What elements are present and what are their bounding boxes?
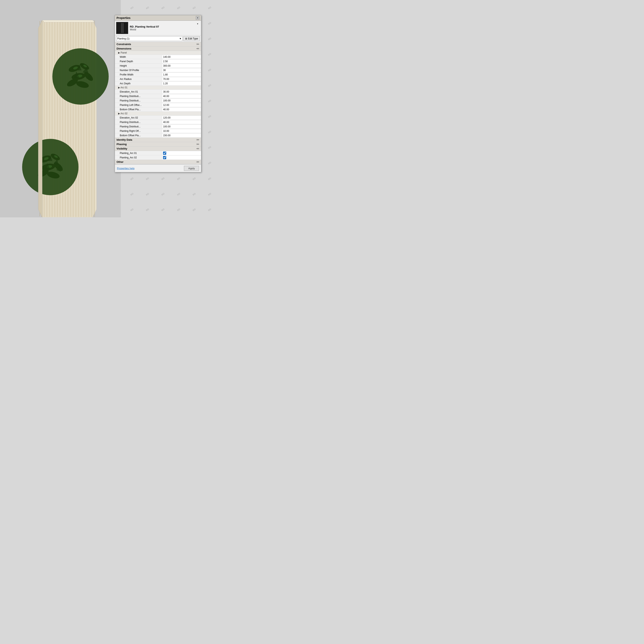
prop-panel-depth-value[interactable]: 2.50	[162, 60, 201, 63]
watermark-cell: RD	[199, 106, 217, 127]
prop-elevation-arc02-name: Elevation_Arc 02	[115, 116, 162, 120]
prop-planting-dist-02b-name: Planting Distributi...	[115, 125, 162, 128]
subsection-arc01-label: ▶ Arc 01	[118, 86, 127, 89]
prop-width-value[interactable]: 140.00	[162, 55, 201, 59]
apply-button[interactable]: Apply	[184, 166, 199, 171]
close-button[interactable]: ×	[196, 16, 199, 20]
prop-planting-right-offset: Planting Right Off... 10.00	[115, 129, 201, 133]
section-dimensions-label: Dimensions	[117, 47, 131, 50]
prop-arc-radius: Arc Radius 70.00	[115, 77, 201, 81]
watermark-cell: RD	[199, 43, 217, 65]
watermark-cell: RD	[183, 199, 205, 217]
prop-num-profile-value[interactable]: 30	[162, 68, 201, 72]
prop-planting-dist-02a-name: Planting Distributi...	[115, 120, 162, 124]
watermark-cell: RD	[199, 75, 217, 96]
prop-bottom-offset-02-value[interactable]: 150.00	[162, 134, 201, 137]
prop-planting-right-offset-value[interactable]: 10.00	[162, 129, 201, 133]
type-dropdown[interactable]: Planting (1) ▼	[116, 36, 183, 41]
watermark-cell: RD	[137, 183, 158, 205]
prop-planting-left-offset-value[interactable]: 12.00	[162, 103, 201, 107]
watermark-cell: RD	[199, 12, 217, 34]
watermark-cell: RD	[199, 28, 217, 50]
section-other-label: Other	[117, 160, 124, 163]
watermark-cell: RD	[152, 199, 174, 217]
watermark-cell: RD	[183, 183, 205, 205]
section-phasing[interactable]: Phasing ⋙	[115, 142, 201, 147]
svg-marker-66	[42, 20, 95, 22]
prop-bottom-offset-02: Bottom Offset Pla... 150.00	[115, 133, 201, 138]
subsection-arc01[interactable]: ▶ Arc 01	[115, 86, 201, 90]
watermark-cell: RD	[199, 121, 217, 143]
prop-planting-dist-01a-value[interactable]: 40.00	[162, 94, 201, 98]
prop-bottom-offset-01-value[interactable]: 40.00	[162, 108, 201, 111]
properties-panel: Properties × RD_Planting Vertical 07 Woo…	[115, 15, 201, 172]
prop-panel-depth-name: Panel Depth	[115, 60, 162, 63]
prop-profile-width: Profile Width 1.80	[115, 72, 201, 77]
planting-arc02-checkbox[interactable]	[163, 156, 166, 159]
watermark-cell: RD	[168, 199, 189, 217]
prop-arc-depth-value[interactable]: 1.20	[162, 82, 201, 85]
section-visibility[interactable]: Visibility ⋘	[115, 147, 201, 151]
preview-name: RD_Planting Vertical 07	[130, 25, 195, 28]
prop-arc-radius-value[interactable]: 70.00	[162, 77, 201, 81]
watermark-cell: RD	[152, 183, 174, 205]
preview-area: RD_Planting Vertical 07 Wood ▼	[115, 21, 201, 35]
prop-planting-dist-01b: Planting Distributi... 100.00	[115, 98, 201, 103]
panel-footer: Properties help Apply	[115, 164, 201, 172]
subsection-panel-label: ▶ Panel	[118, 51, 127, 54]
watermark-cell: RD	[199, 152, 217, 174]
watermark-cell: RD	[199, 199, 217, 217]
section-constraints[interactable]: Constraints ⋙	[115, 42, 201, 46]
prop-profile-width-value[interactable]: 1.80	[162, 73, 201, 76]
properties-help-link[interactable]: Properties help	[117, 167, 134, 170]
prop-planting-left-offset: Planting Left Offse... 12.00	[115, 103, 201, 107]
section-dimensions[interactable]: Dimensions ⋘	[115, 46, 201, 51]
watermark-cell: RD	[199, 90, 217, 112]
section-phasing-label: Phasing	[117, 143, 127, 146]
watermark-cell: RD	[199, 0, 217, 19]
prop-bottom-offset-01-name: Bottom Offset Pla...	[115, 108, 162, 111]
prop-elevation-arc02: Elevation_Arc 02 120.00	[115, 116, 201, 120]
prop-elevation-arc01-value[interactable]: 30.00	[162, 90, 201, 94]
prop-planting-dist-02a: Planting Distributi... 40.00	[115, 120, 201, 124]
type-selector-row: Planting (1) ▼ ⊞ Edit Type	[115, 35, 201, 42]
section-other[interactable]: Other ⋙	[115, 160, 201, 164]
viewport-3d	[0, 0, 121, 217]
prop-planting-left-offset-name: Planting Left Offse...	[115, 103, 162, 107]
edit-type-button[interactable]: ⊞ Edit Type	[183, 36, 200, 41]
prop-height-value[interactable]: 300.00	[162, 64, 201, 68]
watermark-cell: RD	[121, 199, 143, 217]
prop-arc-depth-name: Arc Depth	[115, 82, 162, 85]
section-visibility-label: Visibility	[117, 147, 127, 150]
prop-planting-arc01-vis-value[interactable]	[162, 151, 201, 155]
subsection-panel[interactable]: ▶ Panel	[115, 51, 201, 55]
prop-arc-radius-name: Arc Radius	[115, 77, 162, 81]
prop-elevation-arc01-name: Elevation_Arc 01	[115, 90, 162, 94]
prop-elevation-arc01: Elevation_Arc 01 30.00	[115, 90, 201, 94]
prop-num-profile-name: Number Of Profile	[115, 68, 162, 72]
prop-planting-arc02-vis-name: Planting_Arc 02	[115, 156, 162, 159]
section-identity-label: Identity Data	[117, 138, 132, 141]
planting-arc01-checkbox[interactable]	[163, 152, 166, 155]
preview-dropdown-arrow[interactable]: ▼	[197, 22, 200, 34]
watermark-cell: RD	[199, 183, 217, 205]
watermark-cell: RD	[199, 59, 217, 81]
prop-planting-arc02-vis-value[interactable]	[162, 156, 201, 160]
prop-bottom-offset-02-name: Bottom Offset Pla...	[115, 134, 162, 137]
watermark-cell: RD	[199, 137, 217, 158]
watermark-cell: RD	[137, 199, 158, 217]
prop-elevation-arc02-value[interactable]: 120.00	[162, 116, 201, 120]
prop-height: Height 300.00	[115, 64, 201, 68]
prop-planting-dist-01a-name: Planting Distributi...	[115, 94, 162, 98]
subsection-arc02-label: ▶ Arc 02	[118, 112, 127, 115]
prop-planting-dist-02b-value[interactable]: 100.00	[162, 125, 201, 128]
prop-panel-depth: Panel Depth 2.50	[115, 59, 201, 64]
prop-planting-dist-01b-value[interactable]: 100.00	[162, 99, 201, 102]
section-identity[interactable]: Identity Data ⋙	[115, 138, 201, 142]
prop-width-name: Width	[115, 55, 162, 59]
subsection-arc02[interactable]: ▶ Arc 02	[115, 112, 201, 116]
watermark-cell: RD	[168, 183, 189, 205]
panel-header: Properties ×	[115, 15, 201, 21]
prop-planting-arc01-vis-name: Planting_Arc 01	[115, 151, 162, 155]
prop-planting-dist-02a-value[interactable]: 40.00	[162, 120, 201, 124]
